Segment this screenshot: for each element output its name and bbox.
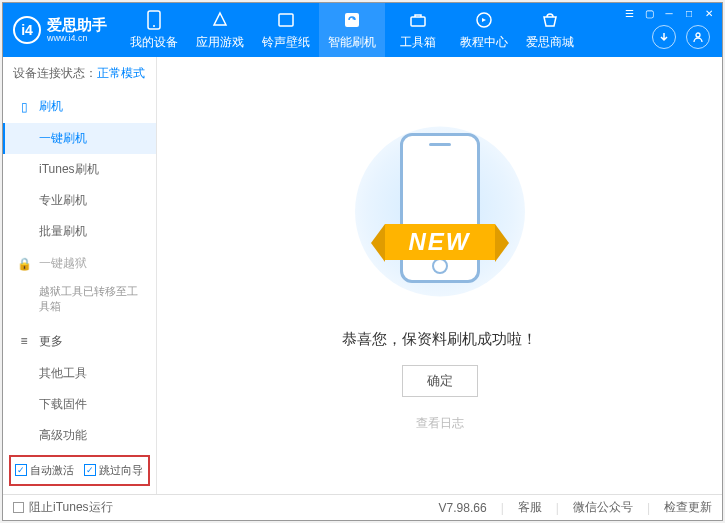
user-button[interactable] [686, 25, 710, 49]
version-label: V7.98.66 [439, 501, 487, 515]
checkbox-highlight: ✓自动激活 ✓跳过向导 [9, 455, 150, 486]
main-nav: 我的设备 应用游戏 铃声壁纸 智能刷机 工具箱 教程中心 爱思商城 [121, 3, 583, 57]
sidebar-item-advanced[interactable]: 高级功能 [5, 420, 156, 451]
success-message: 恭喜您，保资料刷机成功啦！ [342, 330, 537, 349]
svg-point-6 [696, 33, 700, 37]
title-bar: i4 爱思助手 www.i4.cn 我的设备 应用游戏 铃声壁纸 智能刷机 工具… [3, 3, 722, 57]
app-name: 爱思助手 [47, 17, 107, 34]
wechat-link[interactable]: 微信公众号 [573, 499, 633, 516]
sidebar-item-pro-flash[interactable]: 专业刷机 [5, 185, 156, 216]
main-content: NEW 恭喜您，保资料刷机成功啦！ 确定 查看日志 [157, 57, 722, 494]
view-log-link[interactable]: 查看日志 [416, 415, 464, 432]
phone-icon [144, 10, 164, 30]
nav-my-device[interactable]: 我的设备 [121, 3, 187, 57]
sidebar-item-other-tools[interactable]: 其他工具 [5, 358, 156, 389]
app-url: www.i4.cn [47, 33, 107, 43]
minimize-button[interactable]: ─ [662, 7, 676, 19]
lock-icon: 🔒 [17, 257, 31, 271]
menu-icon[interactable]: ☰ [622, 7, 636, 19]
block-itunes-label: 阻止iTunes运行 [29, 499, 113, 516]
section-jailbreak[interactable]: 🔒一键越狱 [5, 247, 156, 280]
sidebar-item-batch-flash[interactable]: 批量刷机 [5, 216, 156, 247]
confirm-button[interactable]: 确定 [402, 365, 478, 397]
flash-icon [342, 10, 362, 30]
skin-icon[interactable]: ▢ [642, 7, 656, 19]
nav-store[interactable]: 爱思商城 [517, 3, 583, 57]
app-window: i4 爱思助手 www.i4.cn 我的设备 应用游戏 铃声壁纸 智能刷机 工具… [2, 2, 723, 521]
phone-icon: ▯ [17, 100, 31, 114]
close-button[interactable]: ✕ [702, 7, 716, 19]
svg-rect-3 [345, 13, 359, 27]
tutorial-icon [474, 10, 494, 30]
section-flash[interactable]: ▯刷机 [5, 90, 156, 123]
auto-activate-checkbox[interactable]: ✓自动激活 [15, 463, 74, 478]
check-update-link[interactable]: 检查更新 [664, 499, 712, 516]
connection-status: 设备连接状态：正常模式 [3, 57, 156, 90]
maximize-button[interactable]: □ [682, 7, 696, 19]
nav-tutorial[interactable]: 教程中心 [451, 3, 517, 57]
window-controls: ☰ ▢ ─ □ ✕ [622, 7, 716, 19]
sidebar-item-oneclick-flash[interactable]: 一键刷机 [3, 123, 156, 154]
sidebar-item-itunes-flash[interactable]: iTunes刷机 [5, 154, 156, 185]
sidebar-item-download-fw[interactable]: 下载固件 [5, 389, 156, 420]
customer-service-link[interactable]: 客服 [518, 499, 542, 516]
section-more[interactable]: ≡更多 [5, 325, 156, 358]
download-button[interactable] [652, 25, 676, 49]
more-icon: ≡ [17, 334, 31, 348]
nav-apps[interactable]: 应用游戏 [187, 3, 253, 57]
success-illustration: NEW [330, 120, 550, 320]
wallpaper-icon [276, 10, 296, 30]
nav-toolbox[interactable]: 工具箱 [385, 3, 451, 57]
logo-icon: i4 [13, 16, 41, 44]
nav-flash[interactable]: 智能刷机 [319, 3, 385, 57]
svg-point-1 [153, 25, 155, 27]
new-banner: NEW [385, 224, 495, 260]
logo-area: i4 爱思助手 www.i4.cn [3, 16, 121, 44]
apps-icon [210, 10, 230, 30]
svg-rect-4 [411, 17, 425, 26]
status-bar: 阻止iTunes运行 V7.98.66| 客服| 微信公众号| 检查更新 [3, 494, 722, 520]
nav-ringtone[interactable]: 铃声壁纸 [253, 3, 319, 57]
skip-guide-checkbox[interactable]: ✓跳过向导 [84, 463, 143, 478]
toolbox-icon [408, 10, 428, 30]
svg-rect-2 [279, 14, 293, 26]
jailbreak-note: 越狱工具已转移至工具箱 [5, 280, 156, 325]
store-icon [540, 10, 560, 30]
block-itunes-checkbox[interactable] [13, 502, 24, 513]
sidebar: 设备连接状态：正常模式 ▯刷机 一键刷机 iTunes刷机 专业刷机 批量刷机 … [3, 57, 157, 494]
